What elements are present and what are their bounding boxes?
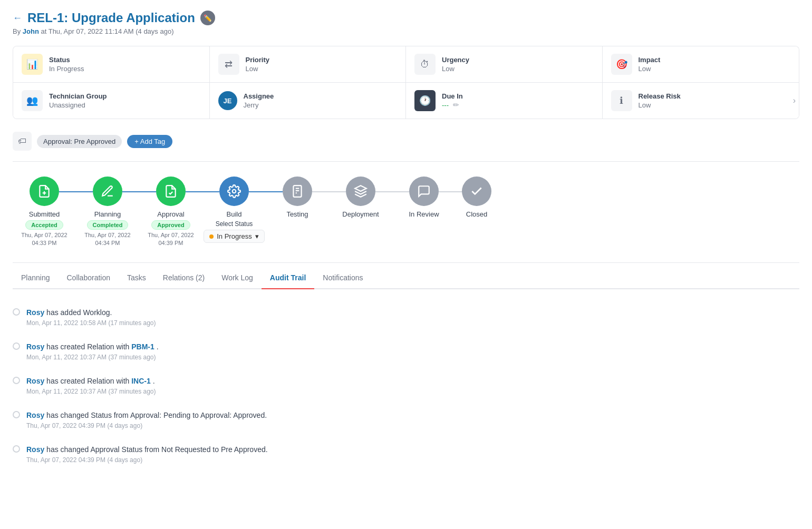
- audit-content-2: Rosy has created Relation with PBM-1 . M…: [26, 341, 159, 361]
- info-card-due-in[interactable]: 🕐 Due In --- ✏: [406, 83, 603, 119]
- step-date-submitted: Thu, Apr 07, 202204:33 PM: [21, 231, 67, 248]
- audit-text-4: Rosy has changed Status from Approval: P…: [26, 410, 267, 421]
- tab-planning[interactable]: Planning: [13, 267, 59, 289]
- priority-text: Priority Low: [246, 56, 270, 73]
- step-label-in-review: In Review: [409, 210, 439, 218]
- status-icon: 📊: [22, 54, 43, 75]
- audit-dot-3: [13, 377, 20, 384]
- workflow-step-deployment: Deployment: [329, 177, 392, 218]
- tab-relations[interactable]: Relations (2): [154, 267, 213, 289]
- audit-text-2: Rosy has created Relation with PBM-1 .: [26, 341, 159, 352]
- tabs: Planning Collaboration Tasks Relations (…: [13, 267, 799, 289]
- priority-value: Low: [246, 65, 270, 73]
- step-circle-deployment[interactable]: [346, 177, 375, 206]
- audit-content-1: Rosy has added Worklog. Mon, Apr 11, 202…: [26, 307, 156, 327]
- audit-link-inc1[interactable]: INC-1: [131, 377, 151, 385]
- tech-group-icon: 👥: [22, 90, 43, 111]
- audit-item-5: Rosy has changed Approval Status from No…: [13, 437, 799, 471]
- step-label-submitted: Submitted: [29, 210, 60, 218]
- tab-tasks[interactable]: Tasks: [119, 267, 154, 289]
- assignee-text: Assignee Jerry: [244, 92, 274, 109]
- due-in-edit-icon[interactable]: ✏: [453, 101, 459, 109]
- step-label-planning: Planning: [94, 210, 121, 218]
- info-card-assignee[interactable]: JE Assignee Jerry: [210, 83, 407, 119]
- status-text: Status In Progress: [49, 56, 84, 73]
- info-grid: 📊 Status In Progress ⇄ Priority Low ⏱ Ur…: [13, 46, 799, 83]
- audit-item-4: Rosy has changed Status from Approval: P…: [13, 403, 799, 437]
- impact-icon: 🎯: [611, 54, 632, 75]
- urgency-label: Urgency: [442, 56, 469, 64]
- page-subtitle: By John at Thu, Apr 07, 2022 11:14 AM (4…: [13, 27, 799, 35]
- audit-time-2: Mon, Apr 11, 2022 10:37 AM (37 minutes a…: [26, 354, 159, 361]
- assignee-value: Jerry: [244, 101, 274, 109]
- tab-worklog[interactable]: Work Log: [213, 267, 262, 289]
- audit-content-3: Rosy has created Relation with INC-1 . M…: [26, 376, 156, 395]
- step-circle-in-review[interactable]: [409, 177, 439, 206]
- workflow-step-approval: Approval Approved Thu, Apr 07, 202204:39…: [139, 177, 202, 248]
- audit-dot-1: [13, 308, 20, 316]
- audit-actor-3[interactable]: Rosy: [26, 377, 44, 385]
- due-in-row: --- ✏: [442, 100, 463, 109]
- tech-group-value: Unassigned: [49, 101, 107, 109]
- audit-item-1: Rosy has added Worklog. Mon, Apr 11, 202…: [13, 300, 799, 334]
- step-badge-submitted: Accepted: [25, 220, 63, 230]
- audit-actor-4[interactable]: Rosy: [26, 411, 44, 419]
- step-circle-approval[interactable]: [156, 177, 186, 206]
- urgency-icon: ⏱: [414, 54, 436, 75]
- status-value: In Progress: [49, 65, 84, 73]
- workflow-step-in-review: In Review: [392, 177, 456, 218]
- audit-time-4: Thu, Apr 07, 2022 04:39 PM (4 days ago): [26, 422, 267, 429]
- audit-text-5: Rosy has changed Approval Status from No…: [26, 444, 268, 455]
- tab-collaboration[interactable]: Collaboration: [59, 267, 119, 289]
- status-label: Status: [49, 56, 84, 64]
- page-title: REL-1: Upgrade Application: [27, 11, 195, 25]
- back-button[interactable]: ←: [13, 13, 22, 24]
- info-grid-chevron[interactable]: ›: [793, 96, 796, 105]
- build-status-dropdown[interactable]: In Progress ▾: [204, 230, 264, 243]
- step-date-approval: Thu, Apr 07, 202204:39 PM: [148, 231, 194, 248]
- approval-tag[interactable]: Approval: Pre Approved: [37, 135, 122, 148]
- priority-icon: ⇄: [218, 54, 239, 75]
- audit-actor-2[interactable]: Rosy: [26, 342, 44, 351]
- page-container: ← REL-1: Upgrade Application ✏️ By John …: [0, 0, 812, 482]
- step-circle-submitted[interactable]: [30, 177, 59, 206]
- info-card-tech-group[interactable]: 👥 Technician Group Unassigned: [13, 83, 210, 119]
- info-card-status[interactable]: 📊 Status In Progress: [13, 46, 210, 83]
- due-in-icon: 🕐: [414, 90, 436, 111]
- info-card-impact[interactable]: 🎯 Impact Low: [603, 46, 799, 83]
- divider-1: [13, 161, 799, 162]
- page-header: ← REL-1: Upgrade Application ✏️: [13, 11, 799, 25]
- audit-link-pbm1[interactable]: PBM-1: [131, 342, 154, 351]
- tab-notifications[interactable]: Notifications: [314, 267, 371, 289]
- step-circle-build[interactable]: [219, 177, 249, 206]
- step-circle-closed[interactable]: [462, 177, 491, 206]
- build-status-chevron: ▾: [255, 232, 259, 240]
- info-grid-row2: 👥 Technician Group Unassigned JE Assigne…: [13, 83, 799, 119]
- workflow-step-planning: Planning Completed Thu, Apr 07, 202204:3…: [76, 177, 139, 248]
- assignee-avatar: JE: [218, 91, 237, 110]
- impact-value: Low: [639, 65, 661, 73]
- audit-item-2: Rosy has created Relation with PBM-1 . M…: [13, 334, 799, 368]
- step-circle-planning[interactable]: [93, 177, 122, 206]
- audit-actor-1[interactable]: Rosy: [26, 308, 44, 317]
- edit-title-button[interactable]: ✏️: [200, 11, 215, 25]
- audit-actor-5[interactable]: Rosy: [26, 445, 44, 454]
- audit-content-5: Rosy has changed Approval Status from No…: [26, 444, 268, 464]
- assignee-label: Assignee: [244, 92, 274, 100]
- info-card-priority[interactable]: ⇄ Priority Low: [210, 46, 407, 83]
- step-select-label-build: Select Status: [216, 220, 253, 228]
- release-risk-value: Low: [639, 101, 681, 109]
- divider-2: [13, 262, 799, 263]
- impact-label: Impact: [639, 56, 661, 64]
- tab-audit-trail[interactable]: Audit Trail: [262, 267, 314, 289]
- author-link[interactable]: John: [23, 27, 39, 35]
- step-label-approval: Approval: [157, 210, 184, 218]
- workflow-step-build: Build Select Status In Progress ▾: [202, 177, 266, 243]
- info-card-urgency[interactable]: ⏱ Urgency Low: [406, 46, 603, 83]
- build-status-value: In Progress: [217, 232, 252, 240]
- step-circle-testing[interactable]: [283, 177, 312, 206]
- workflow-step-closed: Closed: [456, 177, 498, 218]
- add-tag-button[interactable]: + Add Tag: [127, 135, 172, 148]
- step-label-deployment: Deployment: [342, 210, 379, 218]
- info-card-release-risk[interactable]: ℹ Release Risk Low: [603, 83, 799, 119]
